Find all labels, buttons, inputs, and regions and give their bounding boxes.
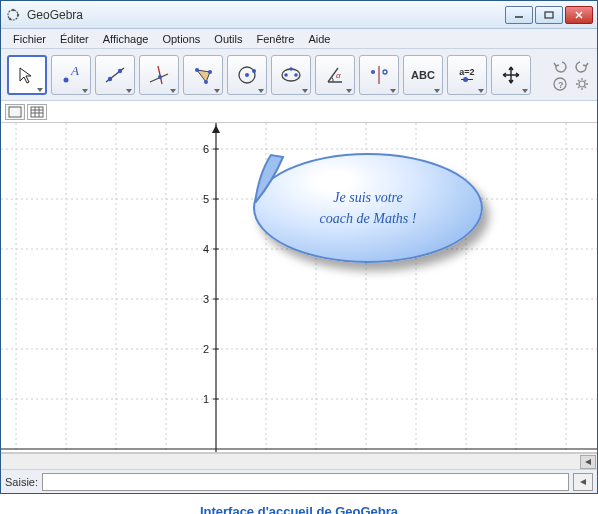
svg-point-17: [208, 70, 212, 74]
svg-point-16: [195, 68, 199, 72]
svg-rect-33: [9, 107, 21, 117]
perpendicular-icon: [146, 62, 172, 88]
app-window: GeoGebra Fichier Éditer Affichage Option…: [0, 0, 598, 494]
svg-point-1: [12, 8, 14, 10]
line-two-points-icon: [102, 62, 128, 88]
svg-point-23: [284, 73, 288, 77]
svg-point-25: [289, 67, 293, 71]
view-style-2[interactable]: [27, 104, 47, 120]
scroll-collapse-icon[interactable]: [580, 455, 596, 469]
svg-text:?: ?: [558, 80, 564, 90]
undo-icon[interactable]: [551, 58, 569, 74]
svg-rect-5: [545, 12, 553, 18]
svg-rect-34: [31, 107, 43, 117]
help-icon[interactable]: ?: [551, 76, 569, 92]
app-icon: [5, 7, 21, 23]
titlebar: GeoGebra: [1, 1, 597, 29]
move-view-icon: [500, 64, 522, 86]
horizontal-scrollbar[interactable]: [1, 453, 597, 469]
view-style-1[interactable]: [5, 104, 25, 120]
svg-text:6: 6: [203, 143, 209, 155]
tool-angle[interactable]: α: [315, 55, 355, 95]
svg-point-18: [204, 80, 208, 84]
menu-affichage[interactable]: Affichage: [97, 31, 155, 47]
svg-point-20: [245, 73, 249, 77]
svg-point-24: [294, 73, 298, 77]
svg-point-12: [118, 68, 122, 72]
tool-reflect[interactable]: [359, 55, 399, 95]
svg-point-15: [158, 75, 162, 79]
point-a-icon: A: [58, 62, 84, 88]
close-button[interactable]: [565, 6, 593, 24]
svg-point-28: [371, 70, 375, 74]
svg-point-11: [108, 76, 112, 80]
svg-point-2: [17, 13, 19, 15]
input-bar: Saisie:: [1, 469, 597, 493]
redo-icon[interactable]: [573, 58, 591, 74]
menu-fichier[interactable]: Fichier: [7, 31, 52, 47]
tool-move-view[interactable]: [491, 55, 531, 95]
svg-text:2: 2: [203, 343, 209, 355]
settings-icon[interactable]: [573, 76, 591, 92]
ellipse-icon: [278, 62, 304, 88]
svg-text:α: α: [336, 71, 341, 80]
minimize-button[interactable]: [505, 6, 533, 24]
tool-ellipse[interactable]: [271, 55, 311, 95]
svg-point-32: [579, 81, 585, 87]
input-history-icon[interactable]: [573, 473, 593, 491]
window-title: GeoGebra: [27, 8, 505, 22]
input-field[interactable]: [42, 473, 569, 491]
tool-polygon[interactable]: [183, 55, 223, 95]
angle-icon: α: [322, 62, 348, 88]
svg-text:3: 3: [203, 293, 209, 305]
bubble-tail-icon: [253, 153, 287, 203]
menu-aide[interactable]: Aide: [302, 31, 336, 47]
bubble-line2: coach de Maths !: [320, 208, 417, 229]
svg-point-29: [383, 70, 387, 74]
toolbar: A α ABC: [1, 49, 597, 101]
slider-tool-label: a=2: [459, 67, 474, 82]
menu-options[interactable]: Options: [156, 31, 206, 47]
tool-perpendicular[interactable]: [139, 55, 179, 95]
window-controls: [505, 6, 593, 24]
svg-point-3: [9, 17, 11, 19]
tool-point[interactable]: A: [51, 55, 91, 95]
menu-outils[interactable]: Outils: [208, 31, 248, 47]
svg-point-8: [64, 77, 69, 82]
cursor-icon: [17, 65, 37, 85]
tool-slider[interactable]: a=2: [447, 55, 487, 95]
image-caption: Interface d'accueil de GeoGebra: [0, 494, 598, 514]
view-strip: [1, 101, 597, 123]
speech-bubble: Je suis votre coach de Maths !: [253, 153, 483, 313]
toolbar-right-icons: ?: [551, 58, 591, 92]
svg-text:5: 5: [203, 193, 209, 205]
menu-editer[interactable]: Éditer: [54, 31, 95, 47]
tool-move[interactable]: [7, 55, 47, 95]
svg-text:A: A: [70, 63, 79, 78]
svg-text:4: 4: [203, 243, 209, 255]
tool-text[interactable]: ABC: [403, 55, 443, 95]
text-tool-label: ABC: [411, 69, 435, 81]
maximize-button[interactable]: [535, 6, 563, 24]
tool-circle-center[interactable]: [227, 55, 267, 95]
graphics-view[interactable]: 6 5 4 3 2 1 Je suis votre coach de Maths…: [1, 123, 597, 453]
menubar: Fichier Éditer Affichage Options Outils …: [1, 29, 597, 49]
svg-point-21: [252, 69, 256, 73]
svg-text:1: 1: [203, 393, 209, 405]
menu-fenetre[interactable]: Fenêtre: [250, 31, 300, 47]
bubble-line1: Je suis votre: [320, 187, 417, 208]
circle-center-icon: [234, 62, 260, 88]
reflect-icon: [366, 62, 392, 88]
input-label: Saisie:: [5, 476, 38, 488]
polygon-icon: [190, 62, 216, 88]
tool-line[interactable]: [95, 55, 135, 95]
